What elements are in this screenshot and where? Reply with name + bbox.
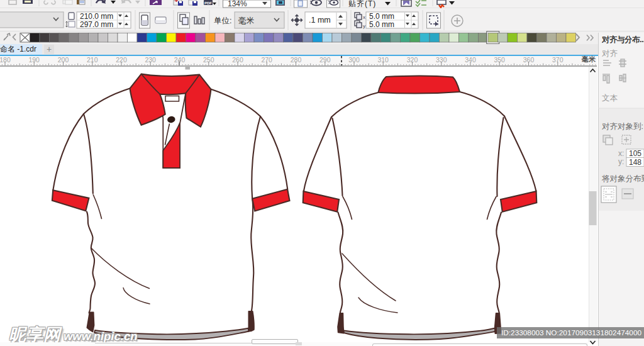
svg-text:将对象分布到: 将对象分布到 (601, 174, 644, 183)
svg-text:文本: 文本 (602, 94, 618, 103)
svg-text:x:: x: (618, 149, 624, 158)
svg-text:毫米: 毫米 (582, 55, 596, 63)
svg-text:y:: y: (618, 157, 624, 166)
svg-text:105: 105 (629, 149, 641, 158)
svg-text:148: 148 (629, 158, 641, 167)
svg-text:对齐对象到:: 对齐对象到: (602, 122, 643, 131)
